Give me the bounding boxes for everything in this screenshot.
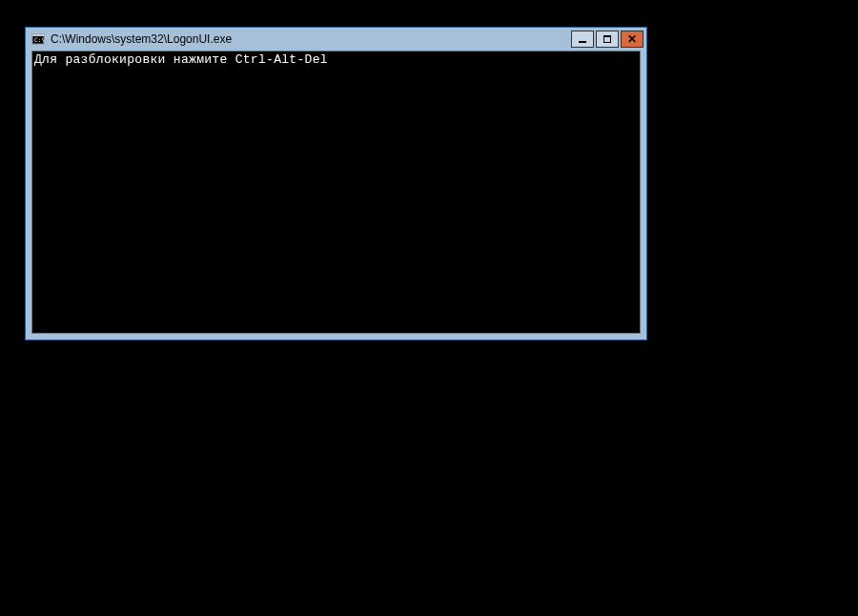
close-button[interactable]: ✕ — [621, 31, 644, 48]
console-output: Для разблокировки нажмите Ctrl-Alt-Del — [32, 51, 640, 68]
window-controls: ✕ — [569, 28, 646, 51]
svg-text:C:\: C:\ — [34, 36, 45, 43]
window-title: C:\Windows\system32\LogonUI.exe — [51, 32, 569, 46]
minimize-button[interactable] — [571, 31, 594, 48]
minimize-icon — [579, 41, 586, 43]
close-icon: ✕ — [627, 33, 637, 45]
maximize-icon — [603, 35, 611, 43]
console-client-area[interactable]: Для разблокировки нажмите Ctrl-Alt-Del — [31, 51, 641, 334]
console-window: C:\ C:\Windows\system32\LogonUI.exe ✕ Дл… — [25, 27, 647, 340]
maximize-button[interactable] — [596, 31, 619, 48]
console-app-icon: C:\ — [31, 32, 45, 46]
titlebar[interactable]: C:\ C:\Windows\system32\LogonUI.exe ✕ — [26, 28, 646, 51]
